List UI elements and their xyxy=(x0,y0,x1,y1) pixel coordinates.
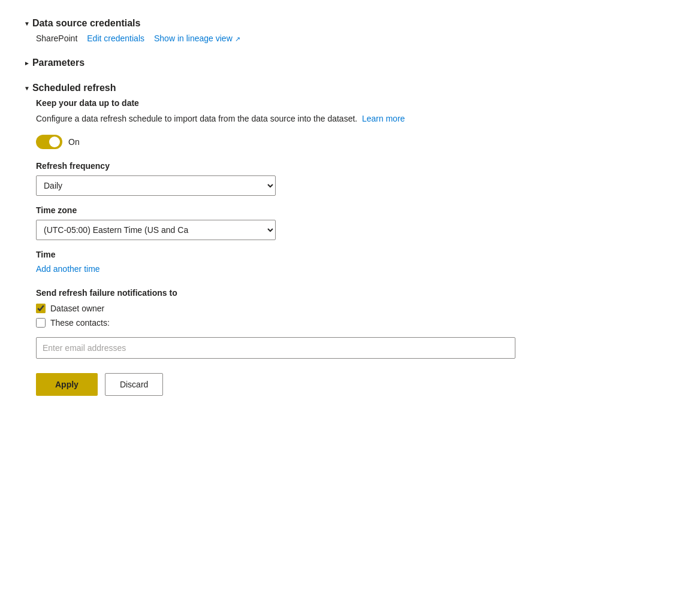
parameters-title: Parameters xyxy=(32,57,85,68)
description-text: Configure a data refresh schedule to imp… xyxy=(36,113,676,125)
refresh-body: Keep your data up to date Configure a da… xyxy=(36,98,676,396)
show-lineage-link[interactable]: Show in lineage view xyxy=(154,34,233,43)
credentials-row: SharePoint Edit credentials Show in line… xyxy=(36,34,676,43)
parameters-header[interactable]: ► Parameters xyxy=(24,57,676,68)
refresh-title: Scheduled refresh xyxy=(32,83,116,93)
apply-button[interactable]: Apply xyxy=(36,373,98,396)
timezone-label: Time zone xyxy=(36,205,676,215)
these-contacts-label: These contacts: xyxy=(50,318,110,328)
learn-more-link[interactable]: Learn more xyxy=(362,114,405,123)
notifications-label: Send refresh failure notifications to xyxy=(36,288,676,298)
keep-up-heading: Keep your data up to date xyxy=(36,98,676,108)
toggle-row: On xyxy=(36,135,676,149)
discard-button[interactable]: Discard xyxy=(105,373,163,396)
expand-icon[interactable]: ► xyxy=(24,60,30,66)
refresh-frequency-label: Refresh frequency xyxy=(36,161,676,171)
scheduled-refresh-section: ▼ Scheduled refresh Keep your data up to… xyxy=(24,83,676,396)
refresh-header: ▼ Scheduled refresh xyxy=(24,83,676,93)
credentials-title: Data source credentials xyxy=(32,18,141,29)
refresh-frequency-group: Refresh frequency Daily Weekly xyxy=(36,161,676,196)
time-section: Time Add another time xyxy=(36,250,676,274)
action-buttons: Apply Discard xyxy=(36,373,676,396)
timezone-select[interactable]: (UTC-05:00) Eastern Time (US and Ca (UTC… xyxy=(36,220,276,240)
toggle-slider[interactable] xyxy=(36,135,62,149)
credentials-header: ▼ Data source credentials xyxy=(24,18,676,29)
parameters-section: ► Parameters xyxy=(24,57,676,68)
time-label: Time xyxy=(36,250,676,259)
dataset-owner-row: Dataset owner xyxy=(36,304,676,313)
source-name: SharePoint xyxy=(36,34,77,43)
notifications-section: Send refresh failure notifications to Da… xyxy=(36,288,676,359)
dataset-owner-checkbox[interactable] xyxy=(36,304,46,313)
these-contacts-checkbox[interactable] xyxy=(36,318,46,328)
refresh-toggle[interactable] xyxy=(36,135,62,149)
email-input[interactable] xyxy=(36,337,515,359)
refresh-frequency-select[interactable]: Daily Weekly xyxy=(36,175,276,196)
timezone-group: Time zone (UTC-05:00) Eastern Time (US a… xyxy=(36,205,676,240)
these-contacts-row: These contacts: xyxy=(36,318,676,328)
dataset-owner-label: Dataset owner xyxy=(50,304,104,313)
external-link-icon: ↗ xyxy=(235,35,240,43)
refresh-collapse-icon[interactable]: ▼ xyxy=(24,85,30,92)
credentials-section: ▼ Data source credentials SharePoint Edi… xyxy=(24,18,676,43)
add-time-link[interactable]: Add another time xyxy=(36,264,100,274)
toggle-label: On xyxy=(68,137,80,147)
edit-credentials-link[interactable]: Edit credentials xyxy=(87,34,144,43)
lineage-link-wrapper: Show in lineage view ↗ xyxy=(154,34,240,43)
collapse-icon[interactable]: ▼ xyxy=(24,20,30,27)
